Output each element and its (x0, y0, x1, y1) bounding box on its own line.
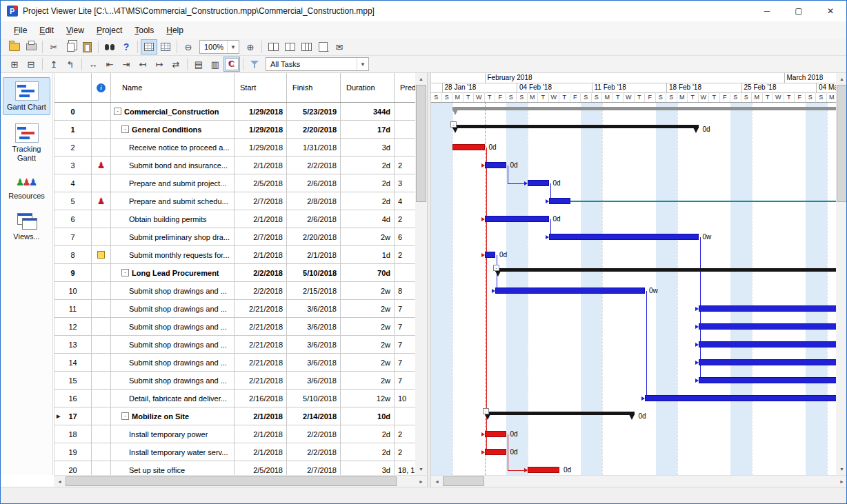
start-cell[interactable]: 2/21/2018 (235, 372, 287, 389)
task-name-cell[interactable]: Submit shop drawings and ... (111, 336, 235, 353)
predecessors-cell[interactable] (395, 407, 415, 425)
row-number-cell[interactable]: 11 (54, 300, 92, 317)
duration-cell[interactable]: 4d (341, 210, 395, 228)
duration-cell[interactable]: 3d (341, 139, 395, 156)
table-row[interactable]: 3♟Submit bond and insurance...2/1/20182/… (54, 157, 415, 174)
row-number-cell[interactable]: 8 (54, 246, 92, 263)
print-button[interactable] (23, 39, 39, 54)
bar-spacing-2-button[interactable]: ⇤ (101, 57, 118, 72)
filter-button[interactable] (246, 57, 263, 72)
duration-cell[interactable]: 2w (341, 300, 395, 317)
split-pane-3-button[interactable] (298, 39, 315, 54)
gantt-bar-task[interactable] (528, 180, 549, 186)
duration-cell[interactable]: 2w (341, 336, 395, 353)
task-name-cell[interactable]: Obtain building permits (111, 210, 235, 228)
menu-edit[interactable]: Edit (33, 22, 60, 39)
task-name-cell[interactable]: -Commercial_Construction (111, 103, 235, 120)
table-row[interactable]: 1-General Conditions1/29/20182/20/201817… (54, 121, 415, 139)
split-pane-button[interactable] (265, 39, 281, 54)
finish-cell[interactable]: 3/6/2018 (287, 336, 341, 353)
table-row[interactable]: 0-Commercial_Construction1/29/20185/23/2… (54, 103, 415, 121)
gantt-bar-task[interactable] (549, 198, 570, 204)
scroll-up-arrow[interactable]: ▲ (836, 73, 847, 85)
menu-tools[interactable]: Tools (128, 22, 160, 39)
predecessors-cell[interactable]: 7 (395, 300, 415, 317)
duration-cell[interactable]: 12w (341, 390, 395, 407)
row-number-cell[interactable]: 1 (54, 121, 92, 138)
scroll-down-arrow[interactable]: ▼ (415, 463, 427, 475)
info-cell[interactable] (92, 264, 111, 281)
start-cell[interactable]: 2/21/2018 (235, 318, 287, 335)
gantt-bar-task[interactable] (549, 234, 699, 240)
info-cell[interactable] (92, 390, 111, 407)
info-cell[interactable] (92, 174, 111, 192)
start-cell[interactable]: 1/29/2018 (235, 103, 287, 120)
start-cell[interactable]: 2/21/2018 (235, 300, 287, 317)
collapse-toggle-icon[interactable]: - (493, 265, 499, 271)
timescale-2-button[interactable]: ▥ (207, 57, 223, 72)
info-cell[interactable] (92, 336, 111, 353)
row-number-cell[interactable]: 16 (54, 390, 92, 407)
task-name-cell[interactable]: -General Conditions (111, 121, 235, 138)
collapse-toggle-icon[interactable]: - (483, 408, 489, 414)
start-cell[interactable]: 1/29/2018 (235, 121, 287, 138)
task-name-cell[interactable]: -Long Lead Procurement (111, 264, 235, 281)
info-cell[interactable] (92, 443, 111, 461)
info-cell[interactable]: ♟ (92, 192, 111, 210)
predecessors-cell[interactable]: 7 (395, 372, 415, 389)
bar-spacing-6-button[interactable]: ⇄ (168, 57, 184, 72)
predecessors-cell[interactable]: 7 (395, 354, 415, 371)
info-cell[interactable] (92, 228, 111, 245)
maximize-button[interactable]: ▢ (783, 1, 815, 21)
table-chart-view-button[interactable] (157, 39, 174, 54)
info-cell[interactable] (92, 354, 111, 371)
gantt-bar-task[interactable] (485, 216, 549, 222)
finish-cell[interactable]: 5/10/2018 (287, 390, 341, 407)
finish-cell[interactable]: 2/6/2018 (287, 210, 341, 228)
filter-combobox[interactable]: All Tasks ▼ (266, 57, 369, 71)
gantt-style-button[interactable]: C (223, 57, 240, 72)
gantt-bar-task[interactable] (699, 377, 837, 383)
gantt-bar-task[interactable] (699, 305, 837, 312)
duration-cell[interactable]: 2d (341, 425, 395, 443)
table-vertical-scrollbar[interactable]: ▲ ▼ (415, 73, 427, 475)
gantt-bar-critical[interactable] (528, 467, 560, 473)
chart-vertical-scrollbar[interactable]: ▲ ▼ (836, 73, 847, 475)
info-cell[interactable] (92, 139, 111, 156)
menu-file[interactable]: File (8, 22, 33, 39)
zoom-combobox[interactable]: 100% ▼ (199, 40, 239, 54)
task-name-cell[interactable]: Submit shop drawings and ... (111, 300, 235, 317)
predecessors-cell[interactable]: 2 (395, 157, 415, 174)
info-cell[interactable] (92, 246, 111, 263)
info-cell[interactable] (92, 121, 111, 138)
collapse-toggle-icon[interactable]: - (121, 125, 129, 133)
start-cell[interactable]: 2/1/2018 (235, 407, 287, 425)
chevron-down-icon[interactable]: ▼ (227, 41, 239, 53)
info-cell[interactable]: ♟ (92, 157, 111, 174)
scroll-right-arrow[interactable]: ► (836, 476, 847, 487)
start-cell[interactable]: 2/5/2018 (235, 461, 287, 475)
table-row[interactable]: 10Submit shop drawings and ...2/2/20182/… (54, 282, 415, 300)
start-cell[interactable]: 2/1/2018 (235, 425, 287, 443)
column-header-row[interactable] (54, 73, 92, 102)
start-cell[interactable]: 2/5/2018 (235, 174, 287, 192)
info-cell[interactable] (92, 425, 111, 443)
table-row[interactable]: 13Submit shop drawings and ...2/21/20183… (54, 336, 415, 354)
duration-cell[interactable]: 2d (341, 157, 395, 174)
duration-cell[interactable]: 17d (341, 121, 395, 138)
info-cell[interactable] (92, 210, 111, 228)
duration-cell[interactable]: 2w (341, 282, 395, 299)
gantt-bar-critical[interactable] (485, 449, 506, 455)
sidebar-item-views[interactable]: Views... (3, 208, 50, 245)
move-top-button[interactable]: ↥ (46, 57, 62, 72)
task-name-cell[interactable]: Submit shop drawings and ... (111, 282, 235, 299)
duration-cell[interactable]: 2w (341, 372, 395, 389)
column-header-info[interactable]: i (92, 73, 111, 102)
duration-cell[interactable]: 2d (341, 443, 395, 461)
predecessors-cell[interactable]: 2 (395, 246, 415, 263)
finish-cell[interactable]: 2/20/2018 (287, 228, 341, 245)
row-number-cell[interactable]: 6 (54, 210, 92, 228)
minimize-button[interactable]: ─ (751, 1, 783, 21)
table-row[interactable]: 17▶-Mobilize on Site2/1/20182/14/201810d (54, 407, 415, 425)
table-row[interactable]: 16Detail, fabricate and deliver...2/16/2… (54, 390, 415, 407)
